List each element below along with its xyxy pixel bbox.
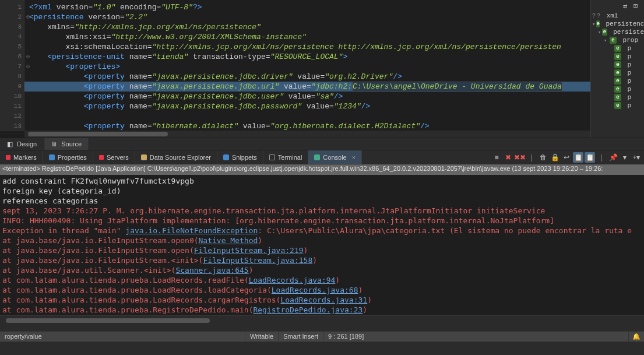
stack-link[interactable]: java.io.FileNotFoundException	[125, 226, 258, 235]
outline-toolbar: ⇄ ⊡	[591, 0, 644, 12]
data-source-icon	[141, 154, 147, 160]
tab-properties[interactable]: Properties	[43, 150, 93, 164]
console-icon	[314, 154, 320, 160]
console-launch-label: <terminated> RegistroDePedido [Java Appl…	[0, 164, 644, 175]
status-notifications[interactable]: 🔔	[628, 332, 644, 342]
tab-design[interactable]: ◧Design	[0, 138, 44, 150]
tab-source[interactable]: 🗎Source	[44, 138, 89, 150]
scroll-thumb[interactable]	[28, 132, 168, 136]
remove-all-launches-button[interactable]: ✖✖	[515, 152, 525, 163]
stack-link[interactable]: LoadRecords.java:94	[249, 276, 336, 284]
views-tab-bar: Markers Properties Servers Data Source E…	[0, 150, 644, 164]
markers-icon	[6, 155, 10, 160]
open-console-button[interactable]: +▾	[631, 152, 642, 163]
outline-node-properties[interactable]: ▾e prop	[592, 36, 644, 44]
close-icon[interactable]: ×	[352, 154, 356, 161]
display-console-button[interactable]: ▾	[620, 152, 630, 163]
stack-link[interactable]: Native Method	[199, 236, 258, 245]
code-content[interactable]: <?xml version="1.0" encoding="UTF-8"?> <…	[24, 2, 590, 131]
servers-icon	[99, 155, 104, 160]
outline-node-persistence[interactable]: ▾e persistenc	[592, 20, 644, 28]
outline-node-property[interactable]: e p	[592, 93, 644, 101]
bottom-panel: Markers Properties Servers Data Source E…	[0, 150, 644, 331]
status-divider	[0, 315, 644, 331]
code-editor[interactable]: 1 2 3 4 5 6 7 8 9 10 11 12 13 <?xml vers…	[0, 0, 590, 138]
snippets-icon	[223, 154, 229, 160]
show-on-error-button[interactable]: 📋	[585, 152, 595, 163]
properties-icon	[49, 154, 55, 160]
horizontal-scroll-thumb[interactable]	[6, 318, 210, 323]
status-insert-mode: Smart Insert	[278, 332, 323, 342]
status-writable: Writable	[245, 332, 278, 342]
tab-snippets[interactable]: Snippets	[217, 150, 263, 164]
source-icon: 🗎	[51, 140, 58, 147]
status-path: roperty/value	[0, 332, 245, 342]
terminate-button[interactable]: ■	[491, 152, 502, 163]
status-bar: roperty/value Writable Smart Insert 9 : …	[0, 331, 644, 342]
outline-node-property[interactable]: e p	[592, 69, 644, 77]
terminal-icon	[269, 154, 275, 160]
pin-console-button[interactable]: 📌	[608, 152, 618, 163]
tab-console[interactable]: Console×	[308, 150, 362, 164]
link-editor-icon[interactable]: ⇄	[623, 2, 631, 10]
outline-node-property[interactable]: e p	[592, 85, 644, 93]
console-output[interactable]: add constraint FK2fwql0nwymfv7fumctxt9vp…	[0, 175, 644, 315]
clear-console-button[interactable]: 🗑	[538, 152, 548, 163]
stack-link[interactable]: Scanner.java:645	[175, 266, 248, 275]
stack-link[interactable]: LoadRecords.java:31	[280, 296, 367, 304]
outline-node-property[interactable]: e p	[592, 77, 644, 85]
expand-all-icon[interactable]: ⊡	[634, 2, 642, 10]
word-wrap-button[interactable]: ↩	[561, 152, 572, 163]
editor-area: 1 2 3 4 5 6 7 8 9 10 11 12 13 <?xml vers…	[0, 0, 644, 138]
outline-node-xml[interactable]: ?? xml	[592, 12, 644, 20]
outline-node-property[interactable]: e p	[592, 52, 644, 61]
remove-launch-button[interactable]: ✖	[503, 152, 513, 163]
stack-link[interactable]: RegistroDePedido.java:23	[253, 305, 363, 314]
design-icon: ◧	[7, 140, 14, 147]
horizontal-scrollbar[interactable]	[24, 131, 590, 138]
tab-terminal[interactable]: Terminal	[263, 150, 309, 164]
outline-node-property[interactable]: e p	[592, 101, 644, 110]
console-toolbar: ■ ✖ ✖✖ | 🗑 🔒 ↩ 📋 📋 | 📌 ▾ +▾	[491, 150, 644, 164]
outline-node-property[interactable]: e p	[592, 44, 644, 52]
status-cursor-pos: 9 : 261 [189]	[323, 332, 368, 342]
show-on-output-button[interactable]: 📋	[573, 152, 583, 163]
stack-link[interactable]: FileInputStream.java:158	[203, 256, 312, 265]
line-gutter: 1 2 3 4 5 6 7 8 9 10 11 12 13	[0, 0, 24, 131]
outline-node-property[interactable]: e p	[592, 61, 644, 69]
outline-node-persistence-unit[interactable]: ▾e persiste	[592, 28, 644, 36]
outline-pane: ⇄ ⊡ ?? xml ▾e persistenc ▾e persiste ▾e …	[590, 0, 644, 138]
tab-markers[interactable]: Markers	[0, 150, 43, 164]
editor-sub-tabs: ◧Design 🗎Source	[0, 138, 644, 150]
tab-data-source[interactable]: Data Source Explorer	[135, 150, 217, 164]
stack-link[interactable]: FileInputStream.java:219	[194, 246, 304, 255]
scroll-lock-button[interactable]: 🔒	[550, 152, 560, 163]
stack-link[interactable]: LoadRecords.java:68	[272, 286, 358, 294]
tab-servers[interactable]: Servers	[93, 150, 135, 164]
